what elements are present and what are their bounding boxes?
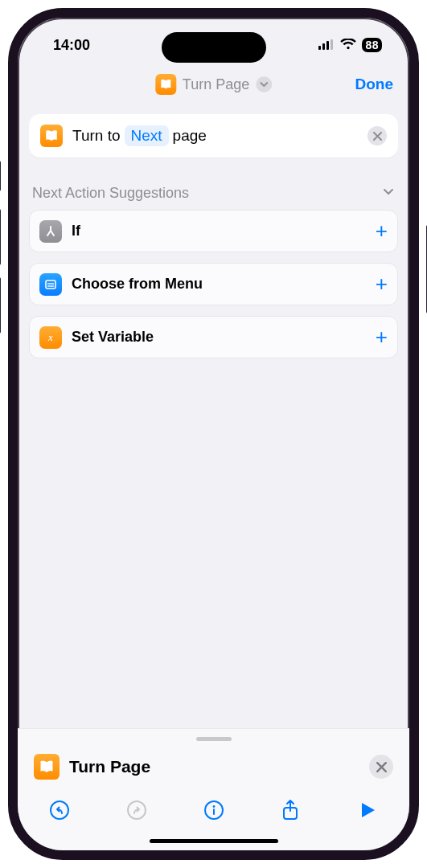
home-indicator[interactable] — [150, 839, 278, 843]
wifi-icon — [340, 37, 356, 54]
suggestion-label: If — [72, 223, 80, 240]
menu-icon — [39, 273, 62, 296]
books-app-icon — [34, 754, 60, 780]
run-button[interactable] — [355, 797, 380, 823]
delete-action-button[interactable] — [367, 126, 387, 145]
svg-rect-0 — [318, 46, 321, 50]
action-prefix: Turn to — [72, 127, 121, 145]
sheet-close-button[interactable] — [369, 755, 393, 779]
done-button[interactable]: Done — [355, 76, 394, 93]
svg-rect-2 — [326, 41, 329, 50]
dynamic-island — [162, 32, 266, 63]
status-time: 14:00 — [53, 37, 90, 54]
suggestion-if[interactable]: If + — [29, 210, 398, 252]
books-app-icon — [40, 125, 63, 147]
share-button[interactable] — [277, 797, 303, 823]
add-suggestion-button[interactable]: + — [376, 272, 388, 297]
suggestion-set-variable[interactable]: x Set Variable + — [29, 316, 398, 358]
svg-rect-3 — [331, 39, 333, 50]
suggestions-header-label: Next Action Suggestions — [32, 185, 189, 202]
branch-icon — [39, 220, 62, 243]
suggestion-label: Set Variable — [72, 329, 154, 346]
svg-rect-1 — [322, 43, 325, 50]
undo-button[interactable] — [47, 797, 72, 823]
sheet-grabber[interactable] — [196, 737, 232, 741]
svg-text:x: x — [47, 331, 53, 343]
bottom-sheet: Turn Page — [18, 728, 409, 850]
shortcut-menu-button[interactable] — [256, 76, 272, 92]
shortcut-editor: Turn to Next page Next Action Suggestion… — [18, 106, 409, 358]
books-app-icon — [155, 74, 176, 95]
editor-toolbar — [18, 791, 409, 831]
cellular-icon — [318, 37, 335, 54]
svg-point-11 — [212, 805, 215, 808]
battery-indicator: 88 — [362, 38, 382, 52]
info-button[interactable] — [201, 797, 227, 823]
suggestion-choose-from-menu[interactable]: Choose from Menu + — [29, 263, 398, 305]
action-suffix: page — [173, 127, 207, 145]
redo-button[interactable] — [124, 797, 150, 823]
action-text: Turn to Next page — [72, 125, 207, 146]
add-suggestion-button[interactable]: + — [376, 325, 388, 350]
direction-parameter[interactable]: Next — [125, 125, 169, 146]
variable-icon: x — [39, 326, 62, 349]
add-suggestion-button[interactable]: + — [376, 219, 388, 244]
svg-rect-4 — [46, 280, 55, 289]
suggestions-header[interactable]: Next Action Suggestions — [29, 185, 398, 202]
suggestion-label: Choose from Menu — [72, 276, 203, 293]
shortcut-title[interactable]: Turn Page — [183, 76, 249, 93]
sheet-title: Turn Page — [69, 757, 150, 776]
navigation-bar: Turn Page Done — [18, 63, 409, 106]
svg-rect-12 — [213, 809, 215, 815]
chevron-down-icon — [382, 185, 395, 202]
action-turn-page[interactable]: Turn to Next page — [29, 114, 398, 158]
